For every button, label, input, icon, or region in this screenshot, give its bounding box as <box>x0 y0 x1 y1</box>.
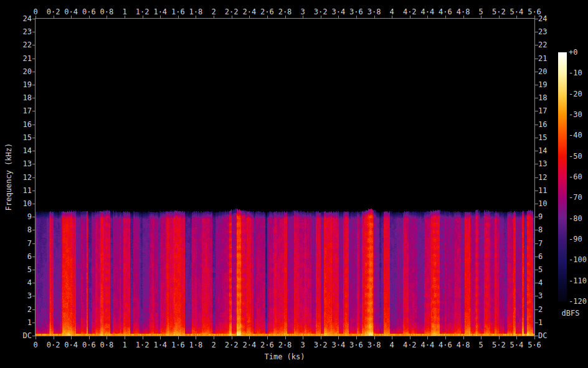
x-tick-label-bottom: 5·6 <box>522 341 547 349</box>
y-tick-mark-left <box>32 243 36 244</box>
y-tick-label-left: 5 <box>12 265 32 274</box>
y-tick-label-left: 19 <box>12 80 32 89</box>
x-tick-mark-bottom <box>107 336 107 339</box>
colorbar-tick-label: -100 <box>569 255 588 264</box>
y-tick-mark-left <box>32 309 36 310</box>
y-tick-label-left: 4 <box>12 278 32 287</box>
y-tick-mark-left <box>32 283 36 283</box>
y-axis-title: Frequency (kHz) <box>4 143 13 210</box>
x-tick-mark-bottom <box>160 336 161 339</box>
colorbar-tick-label: -30 <box>569 110 588 119</box>
x-tick-mark-bottom <box>178 336 179 339</box>
y-tick-mark-left <box>32 138 36 138</box>
y-tick-label-left: 2 <box>12 305 32 314</box>
x-tick-mark-bottom <box>463 336 464 339</box>
y-tick-mark-left <box>32 230 36 230</box>
y-tick-label-right: DC <box>538 331 563 340</box>
x-tick-mark-bottom <box>196 336 196 339</box>
y-tick-label-left: 13 <box>12 159 32 168</box>
x-tick-mark-bottom <box>214 336 214 339</box>
x-tick-mark-bottom <box>534 336 535 339</box>
x-tick-mark-bottom <box>427 336 428 339</box>
y-tick-mark-left <box>32 296 36 296</box>
y-tick-label-right: 1 <box>538 318 563 327</box>
y-tick-label-left: 22 <box>12 40 32 49</box>
y-tick-mark-left <box>32 204 36 204</box>
colorbar-tick-label: -110 <box>569 276 588 285</box>
y-tick-mark-left <box>32 59 36 59</box>
x-tick-mark-bottom <box>89 336 90 339</box>
y-tick-label-left: 21 <box>12 54 32 63</box>
x-tick-mark-bottom <box>445 336 446 339</box>
y-tick-mark-left <box>32 85 36 85</box>
y-tick-label-right: 23 <box>538 27 563 36</box>
x-tick-mark-bottom <box>338 336 339 339</box>
x-tick-mark-bottom <box>516 336 517 339</box>
y-tick-label-left: 18 <box>12 93 32 102</box>
x-tick-mark-bottom <box>321 336 321 339</box>
y-tick-label-left: 3 <box>12 291 32 300</box>
x-tick-mark-bottom <box>267 336 268 339</box>
y-tick-mark-left <box>32 151 36 151</box>
y-tick-mark-left <box>32 164 36 164</box>
y-tick-label-left: 6 <box>12 252 32 261</box>
colorbar-tick-label: -20 <box>569 90 588 98</box>
y-tick-label-left: 17 <box>12 106 32 115</box>
y-tick-mark-left <box>32 111 36 111</box>
x-tick-mark-bottom <box>499 336 500 339</box>
colorbar-tick-label: -120 <box>569 297 588 306</box>
x-tick-mark-bottom <box>71 336 72 339</box>
y-tick-label-left: 23 <box>12 27 32 36</box>
spectrogram-canvas <box>36 19 534 336</box>
y-tick-label-left: 1 <box>12 318 32 327</box>
y-tick-mark-left <box>32 270 36 270</box>
y-tick-mark-left <box>32 257 36 257</box>
x-tick-mark-bottom <box>481 336 481 339</box>
spectrogram-figure: Frequency (kHz) 000·20·20·40·40·60·60·80… <box>0 0 588 368</box>
y-tick-label-left: 20 <box>12 67 32 76</box>
x-tick-mark-bottom <box>36 336 36 339</box>
colorbar-gradient <box>558 52 567 301</box>
x-tick-mark-bottom <box>374 336 375 339</box>
x-tick-mark-bottom <box>125 336 125 339</box>
y-tick-label-right: 22 <box>538 40 563 49</box>
x-tick-mark-bottom <box>356 336 357 339</box>
colorbar-tick-label: -40 <box>569 131 588 139</box>
y-tick-label-right: 24 <box>538 14 563 23</box>
x-tick-mark-bottom <box>54 336 54 339</box>
colorbar-tick-label: -70 <box>569 193 588 202</box>
x-tick-mark-bottom <box>303 336 303 339</box>
y-tick-mark-left <box>32 72 36 72</box>
colorbar-tick-label: +0 <box>569 48 588 57</box>
y-tick-label-left: DC <box>12 331 32 340</box>
y-tick-mark-left <box>32 19 36 19</box>
y-tick-mark-left <box>32 191 36 191</box>
y-tick-mark-left <box>32 217 36 217</box>
y-tick-mark-left <box>32 98 36 98</box>
y-tick-label-left: 11 <box>12 186 32 195</box>
x-tick-mark-bottom <box>232 336 232 339</box>
y-tick-label-left: 12 <box>12 173 32 182</box>
y-tick-mark-left <box>32 323 36 323</box>
x-axis-title: Time (ks) <box>241 352 328 361</box>
y-tick-mark-left <box>32 125 36 125</box>
y-tick-label-left: 8 <box>12 225 32 234</box>
x-tick-mark-bottom <box>249 336 250 339</box>
colorbar-tick-label: -80 <box>569 214 588 223</box>
y-tick-label-left: 7 <box>12 239 32 248</box>
x-tick-mark-bottom <box>410 336 410 339</box>
colorbar-tick-label: -10 <box>569 68 588 77</box>
x-tick-mark-bottom <box>392 336 392 339</box>
y-tick-mark-left <box>32 45 36 45</box>
y-tick-label-left: 14 <box>12 146 32 155</box>
y-tick-mark-left <box>32 177 36 178</box>
x-tick-mark-bottom <box>285 336 286 339</box>
y-tick-label-left: 10 <box>12 199 32 208</box>
y-tick-mark-left <box>32 336 36 336</box>
colorbar-tick-label: -50 <box>569 152 588 161</box>
y-tick-label-left: 15 <box>12 133 32 142</box>
y-tick-label-left: 24 <box>12 14 32 23</box>
colorbar-unit-label: dBFS <box>556 309 586 318</box>
colorbar-tick-label: -60 <box>569 172 588 181</box>
y-tick-label-left: 9 <box>12 212 32 221</box>
